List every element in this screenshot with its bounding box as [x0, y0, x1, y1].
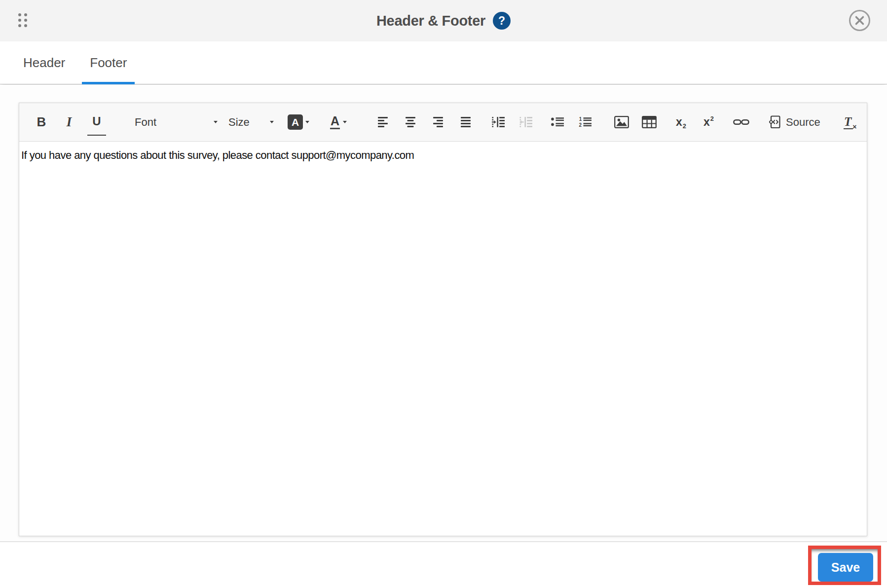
dialog-content: B I U Font Size A A	[0, 85, 887, 541]
dialog-footer	[0, 542, 887, 588]
justify-icon[interactable]	[457, 109, 476, 136]
tab-bar: Header Footer	[0, 41, 887, 84]
dialog-title: Header & Footer	[376, 13, 485, 29]
outdent-icon	[517, 109, 535, 136]
chevron-down-icon	[270, 121, 274, 123]
source-icon	[769, 115, 781, 129]
chevron-down-icon	[343, 121, 347, 123]
svg-text:1: 1	[579, 117, 582, 122]
svg-text:2: 2	[579, 122, 582, 127]
help-icon[interactable]: ?	[493, 12, 511, 30]
text-color-icon[interactable]: A	[327, 109, 350, 136]
source-button[interactable]: Source	[769, 109, 820, 136]
editor-content-area[interactable]: If you have any questions about this sur…	[19, 142, 867, 536]
bulleted-list-icon[interactable]	[548, 109, 567, 136]
remove-format-icon[interactable]: T×	[841, 109, 860, 136]
size-dropdown-label: Size	[228, 116, 250, 129]
close-icon[interactable]	[848, 9, 871, 32]
indent-icon[interactable]	[489, 109, 508, 136]
font-dropdown[interactable]: Font	[135, 109, 218, 136]
numbered-list-icon[interactable]: 1 2	[576, 109, 594, 136]
save-annotation-box: Save	[808, 546, 881, 585]
table-icon[interactable]	[640, 109, 659, 136]
rich-text-editor: B I U Font Size A A	[19, 103, 867, 536]
underline-icon[interactable]: U	[87, 109, 106, 136]
chevron-down-icon	[305, 121, 309, 123]
chevron-down-icon	[214, 121, 218, 123]
title-area: Header & Footer ?	[0, 0, 887, 41]
source-label: Source	[786, 116, 820, 129]
tab-header[interactable]: Header	[15, 41, 73, 84]
align-center-icon[interactable]	[402, 109, 421, 136]
background-color-icon[interactable]: A	[287, 109, 310, 136]
tab-footer[interactable]: Footer	[82, 41, 135, 84]
superscript-icon[interactable]: x2	[699, 109, 718, 136]
image-icon[interactable]	[612, 109, 631, 136]
footer-text: If you have any questions about this sur…	[21, 148, 862, 163]
font-dropdown-label: Font	[135, 116, 156, 129]
size-dropdown[interactable]: Size	[228, 109, 274, 136]
editor-toolbar: B I U Font Size A A	[19, 103, 867, 142]
dialog-titlebar: Header & Footer ?	[0, 0, 887, 41]
save-button[interactable]: Save	[818, 553, 873, 582]
align-right-icon[interactable]	[430, 109, 448, 136]
bold-icon[interactable]: B	[32, 109, 51, 136]
link-icon[interactable]	[732, 109, 750, 136]
italic-icon[interactable]: I	[60, 109, 78, 136]
subscript-icon[interactable]: x2	[671, 109, 690, 136]
align-left-icon[interactable]	[374, 109, 393, 136]
